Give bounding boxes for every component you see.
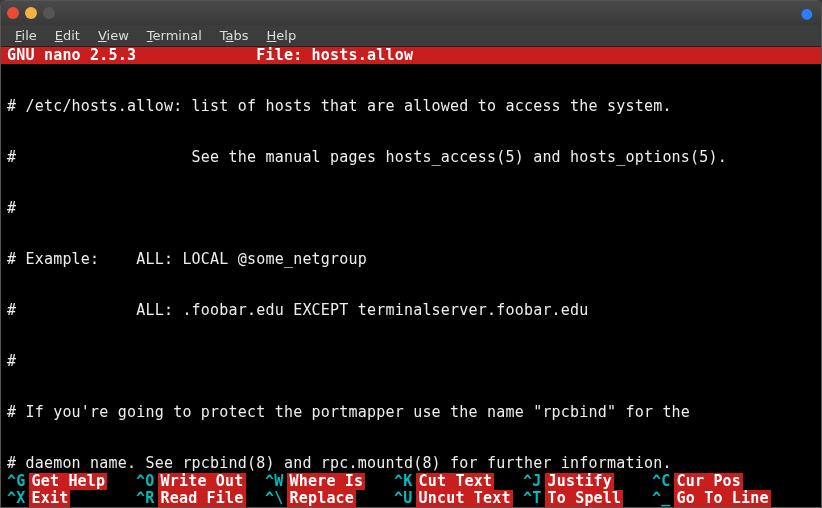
shortcut-label: Get Help (29, 473, 107, 490)
shortcut-key: ^C (652, 473, 670, 490)
nano-header: GNU nano 2.5.3 File: hosts.allow (1, 47, 821, 64)
nano-shortcuts: ^GGet Help^OWrite Out^WWhere Is^KCut Tex… (1, 473, 821, 508)
terminal-area[interactable]: GNU nano 2.5.3 File: hosts.allow # /etc/… (1, 47, 821, 508)
content-line: # (7, 200, 815, 217)
shortcut-item: ^GGet Help (7, 473, 136, 490)
window-maximize-button[interactable] (43, 7, 55, 19)
shortcut-key: ^U (394, 490, 412, 507)
shortcut-item: ^JJustify (523, 473, 652, 490)
shortcut-item: ^TTo Spell (523, 490, 652, 507)
shortcut-item: ^RRead File (136, 490, 265, 507)
shortcut-key: ^W (265, 473, 283, 490)
window-minimize-button[interactable] (25, 7, 37, 19)
window-close-button[interactable] (7, 7, 19, 19)
shortcut-item: ^CCur Pos (652, 473, 781, 490)
shortcut-label: To Spell (545, 490, 623, 507)
menu-terminal[interactable]: Terminal (139, 26, 210, 45)
shortcut-label: Justify (545, 473, 614, 490)
menu-tabs[interactable]: Tabs (212, 26, 257, 45)
shortcut-label: Read File (158, 490, 245, 507)
menubar: File Edit View Terminal Tabs Help (1, 25, 821, 47)
shortcut-item: ^OWrite Out (136, 473, 265, 490)
shortcut-item: ^KCut Text (394, 473, 523, 490)
shortcut-label: Write Out (158, 473, 245, 490)
shortcut-label: Where Is (287, 473, 365, 490)
shortcut-label: Exit (29, 490, 70, 507)
content-line: # ALL: .foobar.edu EXCEPT terminalserver… (7, 302, 815, 319)
shortcut-key: ^X (7, 490, 25, 507)
shortcut-label: Cur Pos (674, 473, 743, 490)
menu-help[interactable]: Help (259, 26, 305, 45)
shortcut-item: ^XExit (7, 490, 136, 507)
content-line: # (7, 353, 815, 370)
shortcut-key: ^T (523, 490, 541, 507)
nano-file-label: File: hosts.allow (136, 47, 821, 64)
shortcut-key: ^\ (265, 490, 283, 507)
shortcut-label: Go To Line (674, 490, 770, 507)
bluetooth-icon: ● (801, 5, 813, 21)
menu-view[interactable]: View (90, 26, 137, 45)
content-line: # See the manual pages hosts_access(5) a… (7, 149, 815, 166)
shortcut-label: Uncut Text (416, 490, 512, 507)
shortcut-item: ^WWhere Is (265, 473, 394, 490)
nano-app-name: GNU nano 2.5.3 (7, 47, 136, 64)
window-titlebar: ● (1, 1, 821, 25)
menu-edit[interactable]: Edit (47, 26, 88, 45)
shortcut-key: ^R (136, 490, 154, 507)
shortcut-item: ^\Replace (265, 490, 394, 507)
shortcut-row-1: ^GGet Help^OWrite Out^WWhere Is^KCut Tex… (7, 473, 815, 490)
content-line: # daemon name. See rpcbind(8) and rpc.mo… (7, 455, 815, 472)
shortcut-row-2: ^XExit^RRead File^\Replace^UUncut Text^T… (7, 490, 815, 507)
shortcut-item: ^UUncut Text (394, 490, 523, 507)
shortcut-key: ^_ (652, 490, 670, 507)
menu-file[interactable]: File (7, 26, 45, 45)
shortcut-key: ^J (523, 473, 541, 490)
shortcut-key: ^G (7, 473, 25, 490)
shortcut-key: ^O (136, 473, 154, 490)
shortcut-item: ^_Go To Line (652, 490, 781, 507)
shortcut-label: Replace (287, 490, 356, 507)
file-content: # /etc/hosts.allow: list of hosts that a… (1, 64, 821, 508)
shortcut-label: Cut Text (416, 473, 494, 490)
content-line: # /etc/hosts.allow: list of hosts that a… (7, 98, 815, 115)
shortcut-key: ^K (394, 473, 412, 490)
content-line: # Example: ALL: LOCAL @some_netgroup (7, 251, 815, 268)
content-line: # If you're going to protect the portmap… (7, 404, 815, 421)
